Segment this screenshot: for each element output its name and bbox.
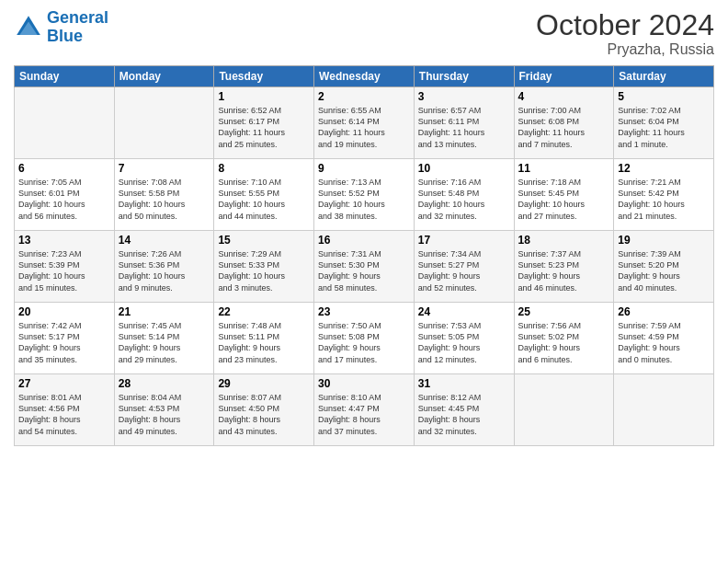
- day-number: 27: [18, 377, 110, 390]
- calendar-cell: 17Sunrise: 7:34 AM Sunset: 5:27 PM Dayli…: [414, 231, 514, 303]
- day-number: 15: [218, 234, 310, 247]
- month-title: October 2024: [536, 9, 714, 41]
- calendar-cell: 2Sunrise: 6:55 AM Sunset: 6:14 PM Daylig…: [314, 87, 415, 159]
- day-info: Sunrise: 7:02 AM Sunset: 6:04 PM Dayligh…: [618, 105, 710, 150]
- calendar-cell: 20Sunrise: 7:42 AM Sunset: 5:17 PM Dayli…: [15, 303, 115, 374]
- calendar-week-row: 1Sunrise: 6:52 AM Sunset: 6:17 PM Daylig…: [15, 87, 714, 159]
- day-number: 8: [218, 162, 310, 175]
- day-info: Sunrise: 7:31 AM Sunset: 5:30 PM Dayligh…: [318, 248, 410, 293]
- day-number: 6: [18, 162, 110, 175]
- day-number: 10: [418, 162, 510, 175]
- calendar-cell: [15, 87, 115, 159]
- day-info: Sunrise: 7:21 AM Sunset: 5:42 PM Dayligh…: [618, 177, 710, 222]
- day-info: Sunrise: 7:18 AM Sunset: 5:45 PM Dayligh…: [518, 177, 610, 222]
- column-header-thursday: Thursday: [414, 66, 514, 87]
- calendar-cell: 22Sunrise: 7:48 AM Sunset: 5:11 PM Dayli…: [214, 303, 314, 374]
- calendar-cell: 31Sunrise: 8:12 AM Sunset: 4:45 PM Dayli…: [414, 374, 514, 446]
- calendar-cell: 15Sunrise: 7:29 AM Sunset: 5:33 PM Dayli…: [214, 231, 314, 303]
- calendar-cell: 29Sunrise: 8:07 AM Sunset: 4:50 PM Dayli…: [214, 374, 314, 446]
- day-number: 25: [518, 305, 610, 318]
- day-info: Sunrise: 7:29 AM Sunset: 5:33 PM Dayligh…: [218, 248, 310, 293]
- column-header-friday: Friday: [514, 66, 614, 87]
- calendar-cell: 16Sunrise: 7:31 AM Sunset: 5:30 PM Dayli…: [314, 231, 415, 303]
- day-number: 19: [618, 234, 710, 247]
- day-info: Sunrise: 7:48 AM Sunset: 5:11 PM Dayligh…: [218, 320, 310, 365]
- day-number: 18: [518, 234, 610, 247]
- calendar-cell: 24Sunrise: 7:53 AM Sunset: 5:05 PM Dayli…: [414, 303, 514, 374]
- column-header-tuesday: Tuesday: [214, 66, 314, 87]
- calendar-cell: 30Sunrise: 8:10 AM Sunset: 4:47 PM Dayli…: [314, 374, 415, 446]
- day-info: Sunrise: 7:45 AM Sunset: 5:14 PM Dayligh…: [119, 320, 210, 365]
- day-number: 16: [318, 234, 410, 247]
- header: General Blue October 2024 Pryazha, Russi…: [14, 9, 714, 58]
- day-info: Sunrise: 7:56 AM Sunset: 5:02 PM Dayligh…: [518, 320, 610, 365]
- day-number: 31: [418, 377, 510, 390]
- calendar-body: 1Sunrise: 6:52 AM Sunset: 6:17 PM Daylig…: [15, 87, 714, 446]
- calendar-cell: 26Sunrise: 7:59 AM Sunset: 4:59 PM Dayli…: [614, 303, 714, 374]
- column-header-sunday: Sunday: [15, 66, 115, 87]
- calendar-week-row: 27Sunrise: 8:01 AM Sunset: 4:56 PM Dayli…: [15, 374, 714, 446]
- day-info: Sunrise: 7:08 AM Sunset: 5:58 PM Dayligh…: [119, 177, 210, 222]
- day-number: 24: [418, 305, 510, 318]
- calendar-cell: 21Sunrise: 7:45 AM Sunset: 5:14 PM Dayli…: [114, 303, 214, 374]
- day-number: 28: [119, 377, 210, 390]
- calendar-cell: 4Sunrise: 7:00 AM Sunset: 6:08 PM Daylig…: [514, 87, 614, 159]
- calendar-cell: 6Sunrise: 7:05 AM Sunset: 6:01 PM Daylig…: [15, 159, 115, 231]
- day-info: Sunrise: 7:53 AM Sunset: 5:05 PM Dayligh…: [418, 320, 510, 365]
- day-number: 3: [418, 90, 510, 103]
- day-info: Sunrise: 7:34 AM Sunset: 5:27 PM Dayligh…: [418, 248, 510, 293]
- calendar-cell: [114, 87, 214, 159]
- calendar-week-row: 13Sunrise: 7:23 AM Sunset: 5:39 PM Dayli…: [15, 231, 714, 303]
- day-number: 7: [119, 162, 210, 175]
- calendar-cell: 14Sunrise: 7:26 AM Sunset: 5:36 PM Dayli…: [114, 231, 214, 303]
- day-number: 20: [18, 305, 110, 318]
- day-number: 2: [318, 90, 410, 103]
- day-number: 12: [618, 162, 710, 175]
- calendar-cell: 28Sunrise: 8:04 AM Sunset: 4:53 PM Dayli…: [114, 374, 214, 446]
- day-number: 13: [18, 234, 110, 247]
- calendar-table: SundayMondayTuesdayWednesdayThursdayFrid…: [14, 65, 714, 446]
- calendar-cell: 19Sunrise: 7:39 AM Sunset: 5:20 PM Dayli…: [614, 231, 714, 303]
- calendar-cell: 13Sunrise: 7:23 AM Sunset: 5:39 PM Dayli…: [15, 231, 115, 303]
- day-info: Sunrise: 7:42 AM Sunset: 5:17 PM Dayligh…: [18, 320, 110, 365]
- day-info: Sunrise: 7:39 AM Sunset: 5:20 PM Dayligh…: [618, 248, 710, 293]
- day-number: 29: [218, 377, 310, 390]
- day-info: Sunrise: 7:59 AM Sunset: 4:59 PM Dayligh…: [618, 320, 710, 365]
- day-number: 14: [119, 234, 210, 247]
- day-number: 26: [618, 305, 710, 318]
- day-info: Sunrise: 6:52 AM Sunset: 6:17 PM Dayligh…: [218, 105, 310, 150]
- calendar-cell: 8Sunrise: 7:10 AM Sunset: 5:55 PM Daylig…: [214, 159, 314, 231]
- day-info: Sunrise: 7:00 AM Sunset: 6:08 PM Dayligh…: [518, 105, 610, 150]
- location-subtitle: Pryazha, Russia: [536, 41, 714, 58]
- calendar-header-row: SundayMondayTuesdayWednesdayThursdayFrid…: [15, 66, 714, 87]
- day-number: 1: [218, 90, 310, 103]
- day-info: Sunrise: 8:07 AM Sunset: 4:50 PM Dayligh…: [218, 392, 310, 437]
- calendar-cell: 25Sunrise: 7:56 AM Sunset: 5:02 PM Dayli…: [514, 303, 614, 374]
- calendar-cell: [614, 374, 714, 446]
- column-header-wednesday: Wednesday: [314, 66, 415, 87]
- calendar-week-row: 6Sunrise: 7:05 AM Sunset: 6:01 PM Daylig…: [15, 159, 714, 231]
- day-number: 11: [518, 162, 610, 175]
- day-number: 4: [518, 90, 610, 103]
- column-header-saturday: Saturday: [614, 66, 714, 87]
- calendar-cell: 9Sunrise: 7:13 AM Sunset: 5:52 PM Daylig…: [314, 159, 415, 231]
- calendar-cell: 11Sunrise: 7:18 AM Sunset: 5:45 PM Dayli…: [514, 159, 614, 231]
- day-number: 21: [119, 305, 210, 318]
- calendar-cell: 5Sunrise: 7:02 AM Sunset: 6:04 PM Daylig…: [614, 87, 714, 159]
- logo: General Blue: [14, 9, 108, 46]
- day-info: Sunrise: 8:01 AM Sunset: 4:56 PM Dayligh…: [18, 392, 110, 437]
- day-number: 9: [318, 162, 410, 175]
- day-info: Sunrise: 6:57 AM Sunset: 6:11 PM Dayligh…: [418, 105, 510, 150]
- day-number: 30: [318, 377, 410, 390]
- day-number: 22: [218, 305, 310, 318]
- day-info: Sunrise: 7:23 AM Sunset: 5:39 PM Dayligh…: [18, 248, 110, 293]
- day-number: 23: [318, 305, 410, 318]
- day-info: Sunrise: 7:50 AM Sunset: 5:08 PM Dayligh…: [318, 320, 410, 365]
- calendar-week-row: 20Sunrise: 7:42 AM Sunset: 5:17 PM Dayli…: [15, 303, 714, 374]
- day-info: Sunrise: 6:55 AM Sunset: 6:14 PM Dayligh…: [318, 105, 410, 150]
- day-info: Sunrise: 8:12 AM Sunset: 4:45 PM Dayligh…: [418, 392, 510, 437]
- day-info: Sunrise: 7:05 AM Sunset: 6:01 PM Dayligh…: [18, 177, 110, 222]
- calendar-cell: 3Sunrise: 6:57 AM Sunset: 6:11 PM Daylig…: [414, 87, 514, 159]
- logo-icon: [14, 13, 43, 42]
- calendar-cell: [514, 374, 614, 446]
